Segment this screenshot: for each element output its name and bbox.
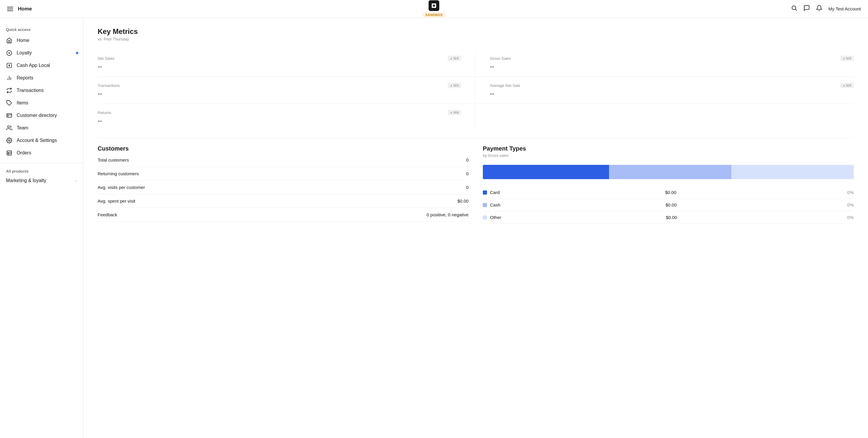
svg-point-2 [792, 6, 796, 10]
section-divider [98, 138, 854, 138]
gross-sales-value: -- [490, 63, 854, 70]
account-settings-icon [6, 137, 12, 144]
metrics-grid: Net Sales ▲ N/A -- Gross Sales ▲ N/A [98, 50, 854, 131]
hamburger-menu[interactable] [7, 7, 13, 11]
returning-customers-value: 0 [466, 171, 468, 176]
svg-line-3 [795, 9, 797, 11]
customers-section: Customers Total customers 0 Returning cu… [98, 145, 468, 224]
returns-label: Returns ▲ N/A [98, 110, 461, 115]
cash-amount: $0.00 [665, 202, 677, 208]
sidebar-item-items-label: Items [17, 100, 28, 106]
sandbox-badge: SANDBOX [423, 12, 446, 18]
cash-pct: 0% [842, 202, 854, 208]
sidebar-item-team-label: Team [17, 125, 28, 131]
all-products-label: All products [0, 167, 83, 175]
gross-sales-label: Gross Sales ▲ N/A [490, 56, 854, 61]
gross-sales-badge: ▲ N/A [840, 56, 854, 61]
top-nav-right: My Test Account [791, 5, 861, 13]
feedback-value: 0 positive, 0 negative [427, 212, 468, 217]
card-amount: $0.00 [665, 190, 676, 195]
cash-dot [483, 203, 487, 207]
metrics-subtitle: vs. Prior Thursday [98, 37, 854, 41]
customer-row-total: Total customers 0 [98, 153, 468, 167]
sidebar-item-reports[interactable]: Reports [0, 72, 83, 84]
sidebar-item-transactions-label: Transactions [17, 88, 44, 93]
returns-value: -- [98, 117, 461, 125]
net-sales-badge: ▲ N/A [448, 56, 461, 61]
card-label: Card [490, 190, 500, 195]
total-customers-value: 0 [466, 157, 468, 162]
customer-row-returning: Returning customers 0 [98, 167, 468, 181]
payment-types-title: Payment Types [483, 145, 854, 152]
square-logo-icon [431, 3, 437, 9]
payment-row-cash-left: Cash [483, 202, 500, 208]
transactions-icon [6, 88, 12, 93]
payment-row-other: Other $0.00 0% [483, 211, 854, 224]
sidebar-item-account-settings[interactable]: Account & Settings [0, 134, 83, 147]
layout: Quick access Home Loyalty [0, 18, 868, 438]
metric-transactions: Transactions ▲ N/A -- [98, 77, 476, 104]
bottom-grid: Customers Total customers 0 Returning cu… [98, 145, 854, 224]
svg-point-15 [7, 126, 9, 128]
chevron-right-icon: › [75, 178, 77, 183]
avg-visits-value: 0 [466, 185, 468, 190]
sidebar-item-customer-directory[interactable]: Customer directory [0, 109, 83, 122]
payment-row-card-left: Card [483, 190, 500, 195]
sidebar-item-home-label: Home [17, 38, 29, 43]
sidebar-item-home[interactable]: Home [0, 34, 83, 47]
avg-spent-label: Avg. spent per visit [98, 198, 135, 204]
metric-net-sales: Net Sales ▲ N/A -- [98, 50, 476, 77]
transactions-label: Transactions ▲ N/A [98, 83, 461, 88]
nav-home-label: Home [18, 6, 32, 12]
sidebar-item-account-settings-label: Account & Settings [17, 138, 57, 143]
svg-rect-12 [7, 114, 12, 117]
sidebar-item-loyalty[interactable]: Loyalty [0, 47, 83, 59]
main-content: Key Metrics vs. Prior Thursday Net Sales… [83, 18, 868, 438]
feedback-label: Feedback [98, 212, 117, 217]
sidebar-item-team[interactable]: Team [0, 122, 83, 134]
sidebar-item-customer-directory-label: Customer directory [17, 113, 57, 118]
customer-row-feedback: Feedback 0 positive, 0 negative [98, 208, 468, 222]
avg-net-sale-badge: ▲ N/A [840, 83, 854, 88]
account-name: My Test Account [829, 6, 861, 11]
returning-customers-label: Returning customers [98, 171, 139, 176]
sidebar-item-reports-label: Reports [17, 75, 33, 81]
cash-label: Cash [490, 202, 500, 208]
square-logo [429, 0, 439, 11]
svg-point-16 [9, 140, 10, 141]
metric-avg-net-sale: Average Net Sale ▲ N/A -- [476, 77, 854, 104]
payment-row-other-left: Other [483, 215, 501, 220]
notification-icon[interactable] [816, 5, 823, 13]
sidebar-item-loyalty-label: Loyalty [17, 50, 32, 56]
avg-net-sale-value: -- [490, 90, 854, 98]
payment-bar-card [483, 165, 609, 179]
other-pct: 0% [842, 215, 854, 220]
avg-visits-label: Avg. visits per customer [98, 185, 145, 190]
payment-bar-cash [609, 165, 732, 179]
metric-returns: Returns ▲ N/A -- [98, 104, 476, 131]
other-amount: $0.00 [666, 215, 677, 220]
other-dot [483, 215, 487, 220]
svg-rect-1 [433, 4, 435, 6]
metrics-title: Key Metrics [98, 27, 854, 36]
payment-bar [483, 165, 854, 179]
transactions-value: -- [98, 90, 461, 98]
avg-spent-value: $0.00 [457, 198, 468, 204]
search-icon[interactable] [791, 5, 798, 13]
top-nav-center: SANDBOX [423, 0, 446, 18]
customers-title: Customers [98, 145, 468, 152]
sidebar-item-items[interactable]: Items [0, 97, 83, 109]
sidebar-item-cash-app[interactable]: Cash App Local [0, 59, 83, 72]
payment-types-section: Payment Types by Gross sales Card $0.00 … [483, 145, 854, 224]
sidebar-item-marketing[interactable]: Marketing & loyalty › [0, 175, 83, 187]
customer-row-avg-spent: Avg. spent per visit $0.00 [98, 194, 468, 208]
sidebar-item-orders[interactable]: Orders [0, 147, 83, 159]
sidebar-item-transactions[interactable]: Transactions [0, 84, 83, 97]
net-sales-value: -- [98, 63, 461, 70]
reports-icon [6, 75, 12, 81]
chat-icon[interactable] [803, 5, 810, 13]
other-label: Other [490, 215, 501, 220]
card-pct: 0% [842, 190, 854, 195]
sidebar: Quick access Home Loyalty [0, 18, 83, 438]
transactions-badge: ▲ N/A [448, 83, 461, 88]
